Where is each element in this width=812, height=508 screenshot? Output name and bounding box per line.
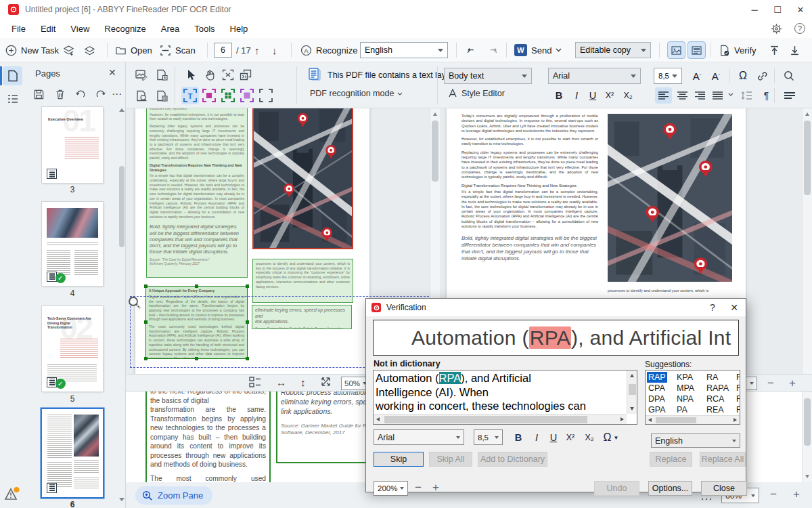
fit-width-icon[interactable]: ↔ [276, 377, 286, 388]
highlight-text-button[interactable] [781, 87, 798, 104]
align-center-button[interactable] [674, 87, 691, 104]
language-select[interactable]: English [360, 42, 448, 58]
suggestions-horizontal-scrollbar[interactable] [646, 415, 740, 424]
reorder-area-icon[interactable] [237, 66, 254, 83]
dialog-subscript-button[interactable]: X₂ [581, 429, 597, 446]
previous-page-button[interactable]: ↑ [254, 38, 260, 62]
page-number-input[interactable]: 6 [214, 38, 232, 62]
save-page-icon[interactable] [31, 87, 46, 102]
edit-image-icon[interactable] [133, 66, 150, 83]
subscript-button[interactable]: X₂ [620, 87, 636, 104]
next-error-button[interactable] [789, 38, 800, 62]
font-family-select[interactable]: Arial [548, 68, 641, 84]
align-right-button[interactable] [692, 87, 708, 104]
previous-error-button[interactable] [769, 38, 780, 62]
menu-recognize[interactable]: Recognize [97, 21, 153, 37]
next-page-button[interactable]: ↓ [272, 38, 277, 62]
page-thumbnail-6-selected[interactable] [42, 409, 103, 497]
verify-button[interactable]: Verify [719, 38, 757, 62]
text-zone-left-column[interactable]: industries they represent. However, for … [146, 108, 248, 278]
fit-page-icon[interactable] [321, 377, 331, 387]
zoom-pane-toggle-button[interactable]: Zoom Pane [135, 486, 212, 505]
dialog-title-bar[interactable]: Verification ? ✕ [366, 299, 746, 316]
skip-button[interactable]: Skip [374, 452, 424, 467]
line-spacing-button[interactable] [738, 87, 754, 104]
suggestion-row[interactable]: RAPKPARAR [646, 372, 740, 383]
dialog-bold-button[interactable]: B [510, 429, 526, 446]
show-text-pane-toggle[interactable] [687, 38, 706, 62]
dialog-special-char-button[interactable]: Ω▼ [600, 429, 623, 446]
replace-button[interactable]: Replace [650, 452, 692, 467]
zone-handle[interactable] [144, 320, 148, 324]
zone-handle[interactable] [144, 284, 148, 288]
dialog-superscript-button[interactable]: X² [562, 429, 579, 446]
pages-scrollbar[interactable] [118, 108, 125, 501]
hand-pan-icon[interactable] [202, 66, 219, 83]
select-cursor-icon[interactable] [183, 66, 200, 83]
menu-help[interactable]: Help [223, 21, 256, 37]
add-to-dictionary-button[interactable]: Add to Dictionary [478, 452, 547, 467]
zone-handle[interactable] [246, 284, 249, 288]
preview-page-icon[interactable] [133, 87, 150, 104]
table-area-tool[interactable] [219, 87, 237, 104]
italic-button[interactable]: I [568, 87, 585, 104]
fit-height-icon[interactable]: ↕ [300, 377, 306, 388]
settings-gear-icon[interactable] [771, 23, 782, 35]
send-button[interactable]: W Send [514, 38, 562, 62]
skip-all-button[interactable]: Skip All [429, 452, 472, 467]
save-page-image-icon[interactable] [153, 66, 171, 83]
recognize-button[interactable]: A Recognize [300, 38, 357, 62]
suggestion-row[interactable]: DPANPARCAR [646, 394, 740, 404]
dialog-language-select[interactable]: English [651, 433, 740, 448]
copy-page-icon[interactable] [153, 87, 171, 104]
text-area-tool-selected[interactable]: T [181, 87, 199, 104]
font-size-select[interactable]: 8,5 [654, 68, 682, 84]
image-area-tool[interactable] [200, 87, 218, 104]
image-zone-city[interactable] [252, 108, 353, 249]
superscript-button[interactable]: X² [602, 87, 618, 104]
zone-handle[interactable] [195, 357, 198, 360]
zone-handle[interactable] [195, 284, 198, 288]
pdf-recognition-mode-dropdown[interactable]: PDF recognition mode [310, 89, 403, 98]
zone-handle[interactable] [246, 320, 249, 324]
paragraph-marks-button[interactable]: ¶ [758, 87, 775, 104]
show-image-pane-toggle[interactable] [667, 38, 685, 62]
text-zone-right-column[interactable]: processes to identify and understand you… [252, 259, 353, 303]
menu-view[interactable]: View [63, 21, 97, 37]
delete-area-icon[interactable] [219, 66, 237, 83]
zone-handle[interactable] [144, 357, 148, 360]
page-thumbnail-4[interactable]: ✓ [42, 202, 103, 286]
recognition-area-tool[interactable] [257, 87, 275, 104]
thumbnail-list-tab[interactable] [3, 89, 22, 108]
pages-view-tab[interactable] [3, 66, 22, 85]
verification-text-editor[interactable]: Automation (RPA), and Artificial Intelli… [373, 370, 637, 425]
stack-add-icon[interactable] [63, 38, 74, 62]
align-left-button[interactable] [655, 87, 672, 104]
undo-button[interactable]: Undo [594, 481, 639, 496]
options-button[interactable]: Options... [648, 481, 692, 496]
paragraph-style-select[interactable]: Body text [444, 68, 532, 84]
page-thumbnail-3[interactable]: 01 Executive Overview [42, 107, 103, 183]
help-icon[interactable]: ? [794, 23, 805, 34]
replace-all-button[interactable]: Replace All [700, 452, 746, 467]
menu-edit[interactable]: Edit [33, 21, 63, 37]
special-character-button[interactable]: Ω [735, 68, 751, 84]
textbox-vertical-scrollbar[interactable] [627, 371, 637, 414]
dialog-help-button[interactable]: ? [702, 299, 723, 316]
rotate-left-icon[interactable] [73, 87, 88, 102]
zoom-in-icon[interactable]: + [789, 377, 796, 390]
redo-button[interactable] [487, 38, 499, 62]
close-button[interactable]: ✕ [789, 0, 812, 19]
dialog-zoom-select[interactable]: 200% [374, 481, 408, 496]
open-button[interactable]: Open [115, 38, 152, 62]
search-icon[interactable] [781, 68, 797, 84]
rotate-right-icon[interactable] [93, 87, 108, 102]
zoom-out-icon[interactable]: − [767, 377, 774, 390]
main-zoom-out-icon[interactable]: − [770, 488, 777, 501]
dialog-zoom-in-icon[interactable]: + [432, 481, 439, 494]
hyperlink-button[interactable] [754, 68, 770, 84]
background-picture-area-tool[interactable] [238, 87, 256, 104]
menu-area[interactable]: Area [154, 21, 187, 37]
send-format-select[interactable]: Editable copy [575, 42, 651, 58]
text-zone-selected[interactable]: A Unique Approach for Every Company Digi… [145, 286, 248, 359]
